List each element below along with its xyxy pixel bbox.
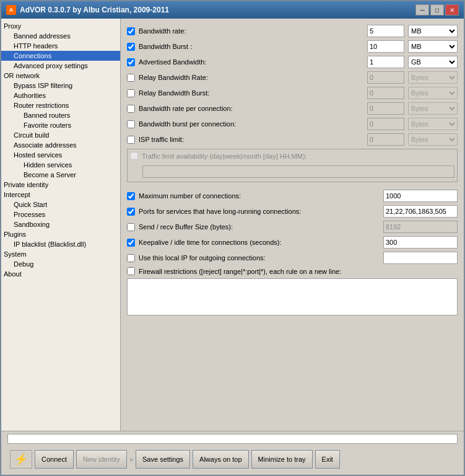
bandwidth-rate-label: Bandwidth rate: xyxy=(139,27,363,35)
keepalive-checkbox[interactable] xyxy=(127,239,135,247)
bottom-area: ⚡ Connect New identity » Save settings A… xyxy=(1,431,464,475)
isp-traffic-limit-checkbox[interactable] xyxy=(127,136,135,144)
send-recv-buffer-checkbox[interactable] xyxy=(127,223,135,231)
max-connections-checkbox[interactable] xyxy=(127,192,135,200)
max-connections-label: Maximum number of connections: xyxy=(139,192,380,200)
traffic-limit-availability-checkbox xyxy=(130,152,138,160)
sidebar-item-intercept[interactable]: Intercept xyxy=(1,190,120,200)
always-on-top-button[interactable]: Always on top xyxy=(193,450,248,469)
relay-bandwidth-burst-label: Relay Bandwidth Burst: xyxy=(139,89,363,97)
traffic-limit-availability-row: Traffic limit availability (day|week|mon… xyxy=(130,152,454,160)
max-connections-row: Maximum number of connections: xyxy=(127,190,458,202)
send-recv-buffer-input xyxy=(383,221,458,233)
advertised-bandwidth-checkbox[interactable] xyxy=(127,58,135,66)
relay-bandwidth-burst-checkbox[interactable] xyxy=(127,89,135,97)
bandwidth-burst-checkbox[interactable] xyxy=(127,43,135,51)
bandwidth-burst-per-conn-input xyxy=(367,118,404,130)
bandwidth-burst-per-conn-row: Bandwidth burst per connection: BytesKBM… xyxy=(127,118,458,130)
sidebar-item-about[interactable]: About xyxy=(1,269,120,279)
sidebar-item-bypass-isp[interactable]: Bypass ISP filtering xyxy=(1,81,120,90)
maximize-button[interactable]: □ xyxy=(430,4,444,15)
bandwidth-burst-unit[interactable]: BytesKBMBGB xyxy=(408,40,458,53)
firewall-restrictions-checkbox[interactable] xyxy=(127,267,135,275)
sidebar-item-debug[interactable]: Debug xyxy=(1,259,120,269)
relay-bandwidth-rate-unit: BytesKBMBGB xyxy=(408,71,458,84)
sidebar-item-banned-routers[interactable]: Banned routers xyxy=(1,110,120,120)
new-identity-button[interactable]: New identity xyxy=(76,450,127,469)
progress-bar-container xyxy=(7,434,458,444)
title-buttons: ─ □ ✕ xyxy=(415,4,459,15)
ports-long-running-checkbox[interactable] xyxy=(127,208,135,216)
sidebar-item-quick-start[interactable]: Quick Start xyxy=(1,200,120,209)
sidebar-item-become-server[interactable]: Become a Server xyxy=(1,170,120,180)
firewall-restrictions-label: Firewall restrictions ([reject] range|*:… xyxy=(139,268,458,275)
connect-button[interactable]: Connect xyxy=(35,450,74,469)
sidebar-item-system[interactable]: System xyxy=(1,249,120,259)
sidebar-item-processes[interactable]: Processes xyxy=(1,209,120,219)
minimize-to-tray-button[interactable]: Minimize to tray xyxy=(251,450,313,469)
title-bar: A AdVOR 0.3.0.7 by Albu Cristian, 2009-2… xyxy=(1,1,464,19)
local-ip-input[interactable] xyxy=(383,252,458,264)
relay-bandwidth-burst-input xyxy=(367,87,404,99)
main-window: A AdVOR 0.3.0.7 by Albu Cristian, 2009-2… xyxy=(0,0,465,476)
bandwidth-rate-per-conn-label: Bandwidth rate per connection: xyxy=(139,105,363,112)
close-button[interactable]: ✕ xyxy=(445,4,459,15)
sidebar-item-favorite-routers[interactable]: Favorite routers xyxy=(1,120,120,130)
keepalive-row: Keepalive / idle time for connections (s… xyxy=(127,236,458,249)
isp-traffic-limit-row: ISP traffic limit: BytesKBMBGB xyxy=(127,133,458,146)
sidebar-item-authorities[interactable]: Authorities xyxy=(1,90,120,100)
sidebar-item-circuit-build[interactable]: Circuit build xyxy=(1,130,120,140)
sidebar-item-associate-addresses[interactable]: Associate addresses xyxy=(1,140,120,150)
exit-button[interactable]: Exit xyxy=(315,450,340,469)
minimize-button[interactable]: ─ xyxy=(415,4,429,15)
sidebar-item-sandboxing[interactable]: Sandboxing xyxy=(1,219,120,229)
ports-long-running-input[interactable] xyxy=(383,205,458,218)
bandwidth-rate-input[interactable] xyxy=(367,25,404,37)
bandwidth-burst-row: Bandwidth Burst : BytesKBMBGB xyxy=(127,40,458,53)
sidebar-item-hosted-services[interactable]: Hosted services xyxy=(1,150,120,160)
bandwidth-rate-per-conn-input xyxy=(367,102,404,115)
relay-bandwidth-burst-unit: BytesKBMBGB xyxy=(408,87,458,99)
local-ip-checkbox[interactable] xyxy=(127,254,135,262)
sidebar-item-hidden-services[interactable]: Hidden services xyxy=(1,160,120,170)
local-ip-row: Use this local IP for outgoing connectio… xyxy=(127,252,458,264)
content-area: Bandwidth rate: BytesKBMBGB Bandwidth Bu… xyxy=(121,19,464,431)
sidebar-item-plugins[interactable]: Plugins xyxy=(1,229,120,239)
sidebar-item-private-identity[interactable]: Private identity xyxy=(1,180,120,190)
bandwidth-rate-unit[interactable]: BytesKBMBGB xyxy=(408,25,458,37)
firewall-restrictions-row: Firewall restrictions ([reject] range|*:… xyxy=(127,267,458,275)
relay-bandwidth-rate-checkbox[interactable] xyxy=(127,74,135,82)
bandwidth-burst-per-conn-checkbox[interactable] xyxy=(127,120,135,128)
firewall-restrictions-textarea[interactable] xyxy=(127,278,458,315)
advertised-bandwidth-input[interactable] xyxy=(367,56,404,68)
sidebar-item-proxy[interactable]: Proxy xyxy=(1,21,120,31)
ports-long-running-row: Ports for services that have long-runnin… xyxy=(127,205,458,218)
main-content: Proxy Banned addresses HTTP headers Conn… xyxy=(1,19,464,431)
firewall-restrictions-container: Firewall restrictions ([reject] range|*:… xyxy=(127,267,458,317)
footer-buttons: ⚡ Connect New identity » Save settings A… xyxy=(7,446,458,472)
bandwidth-burst-per-conn-label: Bandwidth burst per connection: xyxy=(139,120,363,128)
bandwidth-rate-per-conn-row: Bandwidth rate per connection: BytesKBMB… xyxy=(127,102,458,115)
relay-bandwidth-rate-input xyxy=(367,71,404,84)
bandwidth-rate-per-conn-checkbox[interactable] xyxy=(127,105,135,113)
max-connections-input[interactable] xyxy=(383,190,458,202)
bandwidth-rate-checkbox[interactable] xyxy=(127,27,135,35)
sidebar-item-banned-addresses[interactable]: Banned addresses xyxy=(1,31,120,41)
sidebar-item-http-headers[interactable]: HTTP headers xyxy=(1,41,120,51)
relay-bandwidth-rate-label: Relay Bandwidth Rate: xyxy=(139,74,363,81)
send-recv-buffer-row: Send / recv Buffer Size (bytes): xyxy=(127,221,458,233)
sidebar-item-connections[interactable]: Connections xyxy=(1,51,120,61)
sidebar-item-router-restrictions[interactable]: Router restrictions xyxy=(1,100,120,110)
sidebar-item-ip-blacklist[interactable]: IP blacklist (Blacklist.dll) xyxy=(1,239,120,249)
sidebar: Proxy Banned addresses HTTP headers Conn… xyxy=(1,19,121,431)
app-icon: A xyxy=(6,5,16,15)
sidebar-item-advanced-proxy[interactable]: Advanced proxy settings xyxy=(1,61,120,71)
local-ip-label: Use this local IP for outgoing connectio… xyxy=(139,254,380,262)
keepalive-label: Keepalive / idle time for connections (s… xyxy=(139,239,380,246)
bandwidth-burst-input[interactable] xyxy=(367,40,404,53)
sidebar-item-or-network[interactable]: OR network xyxy=(1,71,120,81)
save-settings-button[interactable]: Save settings xyxy=(136,450,190,469)
advertised-bandwidth-label: Advertised Bandwidth: xyxy=(139,58,363,66)
keepalive-input[interactable] xyxy=(383,236,458,249)
advertised-bandwidth-unit[interactable]: BytesKBMBGB xyxy=(408,56,458,68)
